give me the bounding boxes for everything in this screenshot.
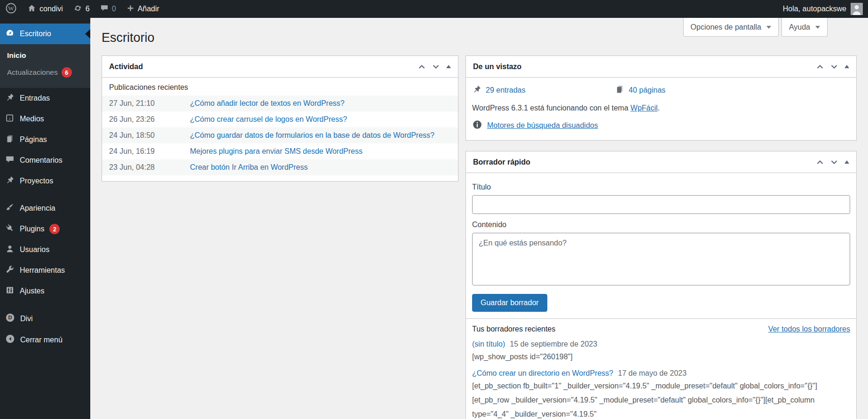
site-name-label: condivi bbox=[39, 5, 63, 13]
sidebar-subitem-inicio[interactable]: Inicio bbox=[0, 47, 90, 63]
sidebar-item-escritorio[interactable]: Escritorio bbox=[0, 24, 90, 44]
sidebar-item-label: Proyectos bbox=[20, 177, 53, 185]
post-title-link[interactable]: Mejores plugins para enviar SMS desde Wo… bbox=[190, 147, 363, 156]
plus-icon bbox=[126, 4, 134, 14]
greeting-label: Hola, autopackswe bbox=[783, 5, 846, 13]
sidebar-item-label: Usuarios bbox=[20, 245, 49, 254]
at-a-glance-panel-header[interactable]: De un vistazo bbox=[466, 56, 856, 78]
move-down-icon[interactable] bbox=[830, 159, 838, 165]
wordpress-version-text: WordPress 6.3.1 está funcionando con el … bbox=[472, 104, 850, 112]
comments-link[interactable]: 0 bbox=[95, 0, 121, 18]
activity-panel-title: Actividad bbox=[109, 63, 143, 71]
theme-link[interactable]: WpFácil bbox=[631, 104, 658, 112]
dashboard-icon bbox=[5, 28, 15, 40]
view-all-drafts-link[interactable]: Ver todos los borradores bbox=[768, 325, 850, 333]
draft-excerpt-line: [et_pb_section fb_built="1" _builder_ver… bbox=[472, 380, 850, 392]
sidebar-item-divi[interactable]: DDivi bbox=[0, 308, 90, 329]
draft-title-link[interactable]: ¿Cómo crear un directorio en WordPress? bbox=[472, 369, 613, 378]
recent-post-row: 24 Jun, 18:50¿Cómo guardar datos de form… bbox=[102, 127, 458, 143]
activity-panel: Actividad Publicaciones recientes 27 Jun… bbox=[102, 55, 458, 182]
quick-draft-panel: Borrador rápido Título Contenido Guardar… bbox=[466, 151, 857, 419]
update-count-badge: 6 bbox=[62, 67, 72, 78]
site-name-link[interactable]: condivi bbox=[22, 0, 68, 18]
sidebar-item-comentarios[interactable]: Comentarios bbox=[0, 150, 90, 171]
post-date: 24 Jun, 18:50 bbox=[109, 131, 190, 140]
help-button[interactable]: Ayuda bbox=[781, 18, 828, 37]
comment-icon bbox=[100, 4, 109, 14]
post-date: 27 Jun, 21:10 bbox=[109, 99, 190, 108]
post-title-link[interactable]: ¿Cómo crear carrusel de logos en WordPre… bbox=[190, 115, 347, 124]
quick-draft-title: Borrador rápido bbox=[473, 158, 530, 166]
sidebar-item-label: Plugins bbox=[20, 225, 44, 233]
main-content: Opciones de pantalla Ayuda Escritorio Ac… bbox=[90, 18, 868, 419]
glance-count-link[interactable]: 29 entradas bbox=[486, 86, 526, 95]
tools-icon bbox=[5, 265, 15, 276]
post-title-link[interactable]: ¿Cómo guardar datos de formularios en la… bbox=[190, 131, 434, 140]
at-a-glance-panel: De un vistazo 29 entradas40 páginas Word… bbox=[466, 55, 857, 141]
plugins-icon bbox=[5, 223, 15, 235]
svg-text:D: D bbox=[8, 315, 12, 320]
glance-item[interactable]: 29 entradas bbox=[472, 85, 615, 96]
sidebar-item-label: Herramientas bbox=[20, 266, 65, 275]
screen-options-button[interactable]: Opciones de pantalla bbox=[683, 18, 779, 37]
sidebar-item-entradas[interactable]: Entradas bbox=[0, 88, 90, 109]
post-title-link[interactable]: Crear botón Ir Arriba en WordPress bbox=[190, 163, 308, 172]
avatar bbox=[851, 3, 863, 15]
sidebar-item-medios[interactable]: ♪Medios bbox=[0, 109, 90, 129]
draft-title-link[interactable]: (sin título) bbox=[472, 340, 505, 348]
admin-sidebar-menu: EscritorioInicioActualizaciones6Entradas… bbox=[0, 18, 90, 419]
sidebar-item-label: Escritorio bbox=[20, 30, 51, 38]
draft-title-input[interactable] bbox=[472, 195, 850, 214]
sidebar-item-apariencia[interactable]: Apariencia bbox=[0, 198, 90, 219]
recent-posts-heading: Publicaciones recientes bbox=[102, 78, 458, 95]
svg-text:W: W bbox=[8, 5, 14, 12]
collapse-toggle-icon[interactable] bbox=[844, 160, 849, 164]
move-up-icon[interactable] bbox=[418, 64, 426, 70]
draft-date: 17 de mayo de 2023 bbox=[618, 369, 687, 378]
chevron-down-icon bbox=[766, 26, 771, 29]
draft-content-textarea[interactable] bbox=[472, 233, 850, 285]
settings-icon bbox=[5, 285, 15, 297]
sidebar-item-proyectos[interactable]: Proyectos bbox=[0, 171, 90, 191]
glance-item[interactable]: 40 páginas bbox=[615, 85, 665, 96]
sidebar-subitem-actualizaciones[interactable]: Actualizaciones6 bbox=[0, 63, 90, 81]
recent-post-row: 23 Jun, 04:28Crear botón Ir Arriba en Wo… bbox=[102, 159, 458, 175]
sidebar-item-usuarios[interactable]: Usuarios bbox=[0, 239, 90, 260]
new-content-link[interactable]: Añadir bbox=[121, 0, 165, 18]
sidebar-item-cerrar-menu[interactable]: Cerrar menú bbox=[0, 329, 90, 350]
sidebar-item-label: Apariencia bbox=[20, 204, 55, 213]
wordpress-logo-menu[interactable]: W bbox=[0, 0, 22, 18]
move-up-icon[interactable] bbox=[816, 64, 824, 70]
media-icon: ♪ bbox=[5, 113, 15, 125]
post-title-link[interactable]: ¿Cómo añadir lector de textos en WordPre… bbox=[190, 99, 345, 108]
menu-separator bbox=[0, 301, 90, 308]
glance-count-link[interactable]: 40 páginas bbox=[629, 86, 665, 95]
collapse-toggle-icon[interactable] bbox=[446, 65, 451, 68]
divi-icon: D bbox=[5, 313, 15, 324]
collapse-toggle-icon[interactable] bbox=[844, 65, 849, 68]
recent-drafts-heading: Tus borradores recientes bbox=[472, 325, 555, 333]
sidebar-item-plugins[interactable]: Plugins2 bbox=[0, 219, 90, 239]
search-engines-link[interactable]: Motores de búsqueda disuadidos bbox=[487, 121, 598, 130]
move-down-icon[interactable] bbox=[830, 64, 838, 70]
save-draft-button[interactable]: Guardar borrador bbox=[472, 294, 547, 312]
update-count-badge: 2 bbox=[49, 224, 60, 234]
chevron-down-icon bbox=[815, 26, 820, 29]
pin-icon bbox=[5, 175, 15, 187]
sidebar-item-herramientas[interactable]: Herramientas bbox=[0, 260, 90, 281]
quick-draft-panel-header[interactable]: Borrador rápido bbox=[466, 151, 856, 173]
pin-icon bbox=[5, 93, 15, 104]
account-menu[interactable]: Hola, autopackswe bbox=[783, 0, 868, 18]
move-down-icon[interactable] bbox=[432, 64, 440, 70]
at-a-glance-title: De un vistazo bbox=[473, 63, 521, 71]
comments-count: 0 bbox=[112, 5, 116, 13]
pages-icon bbox=[615, 85, 624, 96]
move-up-icon[interactable] bbox=[816, 159, 824, 165]
draft-item: (sin título)15 de septiembre de 2023[wp_… bbox=[472, 340, 850, 363]
sidebar-item-paginas[interactable]: Páginas bbox=[0, 129, 90, 150]
draft-content-label: Contenido bbox=[472, 221, 850, 229]
activity-panel-header[interactable]: Actividad bbox=[102, 56, 458, 78]
appearance-icon bbox=[5, 203, 15, 214]
updates-link[interactable]: 6 bbox=[68, 0, 95, 18]
sidebar-item-ajustes[interactable]: Ajustes bbox=[0, 281, 90, 301]
